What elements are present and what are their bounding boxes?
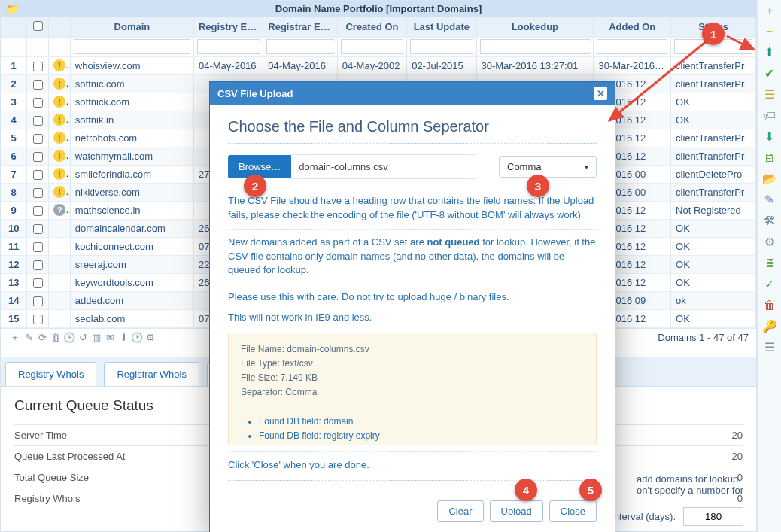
side-tool-icon[interactable]: ⬇ [762,129,777,144]
row-checkbox[interactable] [33,62,43,71]
filter-input[interactable] [342,41,407,52]
side-tool-icon[interactable]: 🛠 [762,214,777,229]
side-tool-icon[interactable]: 🖥 [762,256,777,271]
row-checkbox[interactable] [33,98,43,108]
side-tool-icon[interactable]: 🗑 [762,298,777,313]
col-header[interactable] [49,17,71,37]
side-tool-icon[interactable]: ☰ [762,87,777,102]
side-tool-icon[interactable]: ✔ [762,66,777,81]
side-tool-icon[interactable]: 📂 [762,172,777,187]
csv-upload-modal: CSV File Upload ✕ Choose the File and Co… [209,81,615,532]
filter-input[interactable] [267,41,337,52]
cell-status: OK [671,273,756,291]
filter-input[interactable] [74,41,193,52]
row-checkbox[interactable] [33,152,43,162]
cell-domain: added.com [70,291,193,309]
row-checkbox[interactable] [33,116,43,126]
footer-tool[interactable]: 🕒 [62,332,76,343]
selected-filename: domain-columns.csv [291,154,476,179]
clear-button[interactable]: Clear [437,500,483,522]
refresh-input[interactable] [683,507,743,526]
upload-button[interactable]: Upload [490,500,543,522]
col-header[interactable] [1,17,27,37]
modal-heading: Choose the File and Column Seperator [228,118,597,144]
row-status-icon: ! [49,74,71,93]
row-number: 3 [1,93,27,111]
footer-tool[interactable]: 🕑 [130,332,144,343]
column-filter[interactable]: x [341,39,403,54]
side-tool-icon[interactable]: 🏷 [762,108,777,123]
column-filter[interactable]: x [74,39,190,54]
row-checkbox[interactable] [33,260,43,270]
column-filter[interactable]: x [480,39,591,54]
footer-tool[interactable]: 🗑 [49,332,62,343]
row-checkbox[interactable] [33,278,43,288]
side-tool-icon[interactable]: ＋ [762,3,777,18]
modal-info-4: This will not work in IE9 and less. [228,311,597,325]
col-header[interactable] [27,17,49,37]
cell-status: OK [671,255,756,273]
window-title: Domain Name Portfolio [Important Domains… [275,3,482,14]
tab[interactable]: Registry Whois [5,362,96,386]
row-checkbox[interactable] [33,80,43,90]
col-header[interactable]: Registrar Expiry [263,17,338,37]
column-filter[interactable]: x [197,39,260,54]
folder-icon: 📁 [6,3,19,15]
row-status-icon [49,291,71,309]
tab[interactable]: Registrar Whois [104,362,199,386]
row-number: 7 [1,165,27,183]
row-checkbox[interactable] [33,315,43,324]
side-tool-icon[interactable]: ⚙ [762,235,777,250]
footer-tool[interactable]: ⚙ [144,332,157,343]
row-status-icon [49,237,71,255]
row-checkbox[interactable] [33,224,43,234]
column-filter[interactable]: x [410,39,473,54]
close-button[interactable]: Close [549,500,597,522]
row-checkbox[interactable] [33,296,43,306]
side-tool-icon[interactable]: ✎ [762,193,777,208]
footer-tool[interactable]: ↺ [76,332,90,343]
row-checkbox[interactable] [33,206,43,216]
filter-input[interactable] [411,41,476,52]
footer-tool[interactable]: ✉ [103,332,117,343]
row-checkbox[interactable] [33,134,43,144]
side-tool-icon[interactable]: ☰ [762,340,777,355]
cell-status: Not Registered [671,201,756,219]
footer-tool[interactable]: + [8,332,22,343]
footer-tool[interactable]: ✎ [22,332,35,343]
col-header[interactable]: Lookedup [476,17,594,37]
filter-input[interactable] [198,41,263,52]
col-header[interactable]: Last Update [407,17,476,37]
col-header[interactable]: Registry Expiry [193,17,263,37]
side-tool-icon[interactable]: 🗎 [762,150,777,166]
select-all-checkbox[interactable] [33,21,43,31]
separator-select[interactable]: Comma▾ [499,156,597,178]
cell-domain: netrobots.com [70,129,193,147]
row-number: 8 [1,183,27,201]
row-checkbox[interactable] [33,170,43,180]
row-status-icon [49,219,71,237]
side-tool-icon[interactable]: ✓ [762,277,777,292]
footer-tool[interactable]: ⟳ [35,332,49,343]
side-note: add domains for lookup.on't specify a nu… [637,473,743,496]
footer-pagination: Domains 1 - 47 of 47 [658,332,749,343]
footer-tool[interactable]: ⬇ [117,332,130,343]
filter-input[interactable] [481,41,594,52]
cell-domain: seolab.com [70,309,193,327]
cell-domain: softnic.com [70,74,193,93]
right-toolbar: ＋−⬆✔☰🏷⬇🗎📂✎🛠⚙🖥✓🗑🔑☰ [757,0,781,532]
cell-domain: whoisview.com [70,56,193,74]
chevron-down-icon: ▾ [585,163,588,171]
row-checkbox[interactable] [33,188,43,198]
column-filter[interactable]: x [266,39,334,54]
cell-domain: softnik.in [70,111,193,129]
cell-created: 04-May-2002 [337,56,406,74]
col-header[interactable]: Created On [337,17,406,37]
cell-status: clientTransferPr [671,147,756,165]
row-status-icon [49,309,71,327]
footer-tool[interactable]: ▥ [90,332,103,343]
row-status-icon: ! [49,56,71,74]
row-checkbox[interactable] [33,242,43,252]
col-header[interactable]: Domain [70,17,193,37]
side-tool-icon[interactable]: 🔑 [762,319,777,334]
